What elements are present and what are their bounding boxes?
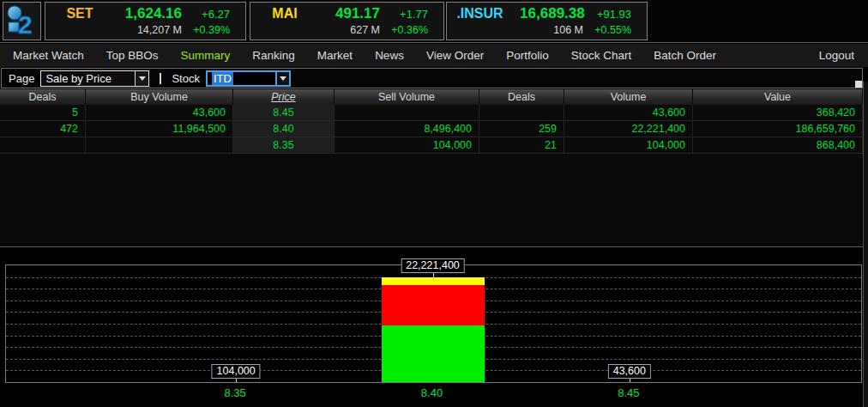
page-label: Page [9,72,34,85]
bar-value-label: 43,600 [608,364,651,379]
menu-item-ranking[interactable]: Ranking [241,49,306,62]
column-header-value[interactable]: Value [693,89,863,105]
column-header-sell-volume[interactable]: Sell Volume [335,89,479,105]
resize-grip[interactable] [855,81,862,88]
stock-label: Stock [172,72,200,85]
page-select-value: Sale by Price [41,71,135,86]
menu-item-portfolio[interactable]: Portfolio [495,49,560,62]
stock-input-value[interactable]: ITD [212,72,233,85]
menu-item-news[interactable]: News [364,49,415,62]
page-select[interactable]: Sale by Price [40,70,149,87]
table-row[interactable]: 5 43,600 8.45 43,600 368,420 [0,105,863,121]
menu-item-top-bbos[interactable]: Top BBOs [95,49,170,62]
cell-sell-volume: 104,000 [335,137,479,153]
column-header-price[interactable]: Price [233,89,335,105]
bar-label-tick [630,379,630,382]
index-name: MAI [250,6,319,21]
bar-label-tick [433,273,434,281]
index-panel-insur: .INSUR 16,689.38 +91.93 106 M +0.55% [446,2,648,40]
cell-price: 8.40 [233,121,335,137]
cell-sell-volume: 8,496,400 [335,121,479,137]
index-panel-mai: MAI 491.17 +1.77 627 M +0.36% [250,2,444,40]
index-value: 16,689.38 [520,5,585,22]
index-volume: 106 M [553,24,583,36]
chevron-down-icon [139,76,146,84]
index-name: .INSUR [447,6,513,21]
x-axis-label: 8.35 [225,386,246,399]
index-volume: 14,207 M [137,24,182,36]
volume-by-price-chart: 104,00022,221,40043,600 8.358.408.45 [0,248,863,407]
cell-deals-buy: 472 [0,121,86,137]
cell-deals-buy [0,137,86,153]
menu-item-batch-order[interactable]: Batch Order [642,49,727,62]
cell-buy-volume: 43,600 [86,105,233,120]
vertical-scrollbar[interactable] [863,82,868,407]
svg-text:2: 2 [18,10,33,39]
table-empty-area [0,154,863,247]
table-row[interactable]: 472 11,964,500 8.40 8,496,400 259 22,221… [0,121,863,137]
cell-volume: 22,221,400 [564,121,693,137]
cell-value: 368,420 [693,105,863,120]
bar-value-label: 22,221,400 [401,258,465,273]
cell-buy-volume: 11,964,500 [86,121,233,137]
menu-item-market-watch[interactable]: Market Watch [2,49,95,62]
cell-deals-buy: 5 [0,105,86,120]
bar-value-label: 104,000 [212,364,261,379]
logout-button[interactable]: Logout [808,49,858,62]
bar-label-tick [236,379,237,382]
index-volume: 627 M [350,24,380,36]
x-axis-label: 8.40 [421,386,443,399]
cell-volume: 104,000 [564,137,693,153]
stock-combobox[interactable]: ITD [206,70,291,87]
app-window: 2 SET 1,624.16 +6.27 14,207 M +0.39% MAI… [0,0,868,407]
index-change: +91.93 [592,8,631,21]
column-header-buy-volume[interactable]: Buy Volume [86,89,233,105]
index-percent: +0.36% [387,24,428,36]
chevron-down-icon [280,76,286,84]
bar-segment-buy-volume [382,325,485,382]
page-toolbar: Page Sale by Price Stock ITD [1,68,863,88]
index-change: +1.77 [387,8,428,21]
menu-item-summary[interactable]: Summary [170,49,242,62]
cell-deals-sell: 21 [479,137,564,153]
page-select-arrow[interactable] [135,71,148,86]
index-value: 491.17 [326,5,380,22]
chart-plot: 104,00022,221,40043,600 [5,264,862,383]
table-row[interactable]: 8.35 104,000 21 104,000 868,400 [0,137,863,154]
sale-by-price-table: Deals Buy Volume Price Sell Volume Deals… [0,89,863,247]
index-percent: +0.39% [189,24,230,36]
index-value: 1,624.16 [121,5,182,22]
index-change: +6.27 [189,8,230,21]
cell-value: 186,659,760 [693,121,863,137]
cell-price: 8.35 [233,137,335,153]
cell-deals-sell [479,105,564,120]
cell-sell-volume [335,105,479,120]
menu-item-view-order[interactable]: View Order [415,49,495,62]
cell-volume: 43,600 [564,105,693,120]
column-header-volume[interactable]: Volume [564,89,693,105]
bar-segment-sell-volume [382,285,485,325]
cell-price: 8.45 [233,105,335,120]
x-axis-label: 8.45 [618,386,639,399]
cell-value: 868,400 [693,137,863,153]
app-logo: 2 [3,2,41,40]
cell-deals-sell: 259 [479,121,564,137]
stock-combobox-arrow[interactable] [275,72,289,85]
index-band: 2 SET 1,624.16 +6.27 14,207 M +0.39% MAI… [0,0,868,43]
column-header-deals-buy[interactable]: Deals [0,89,86,105]
streamer-logo-icon: 2 [3,3,40,39]
cell-buy-volume [86,137,233,153]
index-percent: +0.55% [590,24,631,36]
index-panel-set: SET 1,624.16 +6.27 14,207 M +0.39% [45,2,246,40]
menu-item-market[interactable]: Market [306,49,364,62]
column-header-deals-sell[interactable]: Deals [479,89,564,105]
table-header-row: Deals Buy Volume Price Sell Volume Deals… [0,89,863,105]
main-menu: Market Watch Top BBOs Summary Ranking Ma… [0,44,868,67]
index-name: SET [45,6,114,21]
menu-item-stock-chart[interactable]: Stock Chart [560,49,643,62]
toolbar-separator [160,73,161,84]
